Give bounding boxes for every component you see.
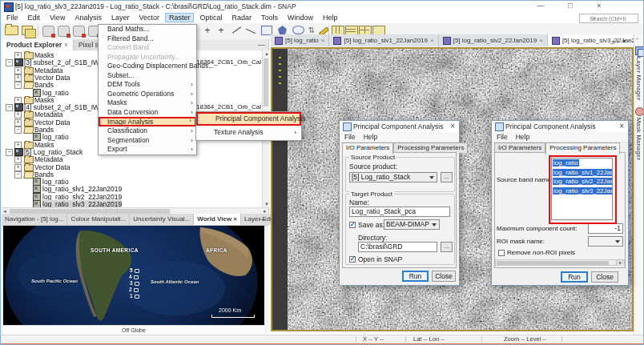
footprint-marker-5[interactable]: 5 <box>130 267 133 273</box>
target-name-field[interactable]: Log_ratio_Stack_pca <box>349 207 450 217</box>
gcp-manager-icon[interactable] <box>58 26 70 37</box>
footprint-marker-4[interactable]: 4 <box>129 274 132 279</box>
search-input[interactable] <box>579 14 638 23</box>
tree-item-band-slv3[interactable]: log_ratio_slv3_22Jan2019 <box>2 200 261 207</box>
browse-source-button[interactable]: ... <box>441 172 453 183</box>
max-component-field[interactable]: -1 <box>588 223 623 234</box>
close-tab-icon[interactable]: × <box>231 215 237 223</box>
dialog-menu-file[interactable]: File <box>497 133 508 141</box>
run-button[interactable]: Run <box>402 271 429 282</box>
scroll-tabs-left-icon[interactable]: ◂ <box>611 38 614 45</box>
doc-tab-slv2[interactable]: [5] log_ratio_slv2_22Jan2019× <box>439 34 548 46</box>
menu-item-data-conversion[interactable]: Data Conversion› <box>99 108 196 118</box>
menu-item-segmentation[interactable]: Segmentation› <box>99 136 196 146</box>
pca-dialog-processing[interactable]: Principal Component Analysis × File Help… <box>491 120 629 286</box>
tab-colour-manipulation[interactable]: Colour Manipulati... <box>67 214 130 225</box>
minimize-panel-icon[interactable]: — <box>258 41 265 49</box>
menu-edit[interactable]: Edit <box>24 13 45 22</box>
tab-product-explorer[interactable]: Product Explorer× <box>2 39 74 50</box>
line-tool-icon[interactable] <box>231 26 240 35</box>
pca-dialog-io[interactable]: Principal Component Analysis × File Help… <box>339 120 460 286</box>
menu-help[interactable]: Help <box>319 13 342 22</box>
tab-layer-manager[interactable]: Layer Manager <box>635 57 642 100</box>
tab-processing-parameters[interactable]: Processing Parameters <box>545 142 620 154</box>
format-combobox[interactable]: BEAM-DIMAP <box>384 219 440 230</box>
menu-optical[interactable]: Optical <box>195 13 226 22</box>
menu-item-geocoding-displacement[interactable]: Geo-Coding Displacement Bands... <box>99 62 196 71</box>
pin-manager-icon[interactable] <box>42 26 54 37</box>
tab-list-dropdown-icon[interactable]: ▾ <box>622 38 626 45</box>
tab-world-view[interactable]: World View × <box>194 214 241 225</box>
close-dialog-icon[interactable]: × <box>450 122 455 131</box>
open-in-snap-checkbox[interactable] <box>349 256 356 263</box>
remove-non-roi-checkbox[interactable] <box>498 250 505 256</box>
menu-radar[interactable]: Radar <box>227 13 256 22</box>
footprint-marker-3[interactable]: 3 <box>130 280 133 286</box>
doc-tab-log-ratio[interactable]: [5] log_ratio× <box>271 34 329 46</box>
menu-item-masks[interactable]: Masks› <box>99 98 196 108</box>
menu-item-dem-tools[interactable]: DEM Tools› <box>99 80 196 90</box>
menu-analysis[interactable]: Analysis <box>70 13 106 22</box>
dialog-menu-help[interactable]: Help <box>364 133 377 141</box>
menu-window[interactable]: Window <box>284 13 317 22</box>
maximize-window-icon[interactable]: □ <box>566 2 574 10</box>
close-button[interactable]: Close <box>591 271 618 283</box>
doc-tab-slv1[interactable]: [5] log_ratio_slv1_22Jan2019× <box>329 34 438 46</box>
tab-io-parameters[interactable]: I/O Parameters <box>342 142 393 154</box>
menu-item-band-maths[interactable]: Band Maths... <box>99 25 196 34</box>
tab-uncertainty-visualisation[interactable]: Uncertainty Visual... <box>130 214 194 225</box>
insert-pin-icon[interactable]: + <box>203 26 212 35</box>
dialog-menu-help[interactable]: Help <box>516 133 529 141</box>
title-bar[interactable]: [5] log_ratio_slv3_22Jan2019 - Log_ratio… <box>1 1 644 12</box>
footprint-marker-1[interactable]: 1 <box>130 293 133 299</box>
close-tab-icon[interactable]: × <box>539 37 543 44</box>
group-label: Source Product <box>349 154 396 161</box>
menu-item-classification[interactable]: Classification› <box>99 126 196 136</box>
dialog-menu-bar: File Help <box>340 132 459 142</box>
open-product-icon[interactable] <box>5 26 18 35</box>
menu-item-principal-component-analysis[interactable]: Principal Component Analysis <box>196 112 301 126</box>
close-tab-icon[interactable]: × <box>64 41 68 49</box>
source-product-combobox[interactable]: [5] Log_ratio_Stack <box>349 172 437 183</box>
minimize-panel-icon[interactable]: — <box>259 215 266 223</box>
tab-navigation[interactable]: Navigation - [5] log... <box>2 214 67 225</box>
roi-mask-combobox[interactable] <box>588 236 623 247</box>
run-button[interactable]: Run <box>561 271 588 283</box>
footprint-marker-2[interactable]: 2 <box>129 287 132 292</box>
dialog-title-bar[interactable]: Principal Component Analysis × <box>492 121 628 133</box>
close-window-icon[interactable]: × <box>595 2 603 10</box>
close-tab-icon[interactable]: × <box>321 37 325 44</box>
maximize-view-icon[interactable]: ▫ <box>628 38 630 45</box>
save-product-icon[interactable] <box>22 26 33 35</box>
directory-field[interactable]: C:\brasil\GRD <box>358 242 437 252</box>
dialog-menu-file[interactable]: File <box>344 133 356 141</box>
scroll-tabs-right-icon[interactable]: ▸ <box>617 38 620 45</box>
ellipse-tool-icon[interactable] <box>292 26 304 34</box>
save-as-checkbox[interactable] <box>349 222 356 228</box>
tab-mask-manager[interactable]: Mask Manager <box>635 118 642 160</box>
menu-item-geometric-operations[interactable]: Geometric Operations› <box>99 90 196 99</box>
menu-tools[interactable]: Tools <box>257 13 282 22</box>
menu-view[interactable]: View <box>46 13 69 22</box>
browse-directory-button[interactable]: ... <box>441 242 453 252</box>
menu-item-image-analysis[interactable]: Image Analysis› <box>99 117 196 126</box>
menu-layer[interactable]: Layer <box>107 13 134 22</box>
close-dialog-icon[interactable]: × <box>619 122 624 131</box>
search-icon: ⌕ <box>593 14 598 20</box>
menu-raster[interactable]: Raster <box>165 13 195 22</box>
menu-item-filtered-band[interactable]: Filtered Band... <box>99 34 196 44</box>
dialog-horizontal-scrollbar[interactable]: ▸ <box>495 259 625 266</box>
close-button[interactable]: Close <box>432 271 456 282</box>
menu-item-export[interactable]: Export› <box>99 145 196 154</box>
menu-item-texture-analysis[interactable]: Texture Analysis› <box>196 126 301 139</box>
grid-tool-icon[interactable] <box>73 26 85 37</box>
menu-file[interactable]: File <box>2 13 22 22</box>
minimize-window-icon[interactable]: — <box>537 2 545 10</box>
close-tab-icon[interactable]: × <box>430 37 434 44</box>
dialog-title-bar[interactable]: Principal Component Analysis × <box>340 121 459 133</box>
panel-menu-icon[interactable]: ▫ <box>636 35 638 42</box>
label-africa: AFRICA <box>206 247 227 253</box>
menu-vector[interactable]: Vector <box>135 13 163 22</box>
insert-gcp-icon[interactable]: + <box>216 26 226 35</box>
menu-item-subset[interactable]: Subset... <box>99 71 196 81</box>
